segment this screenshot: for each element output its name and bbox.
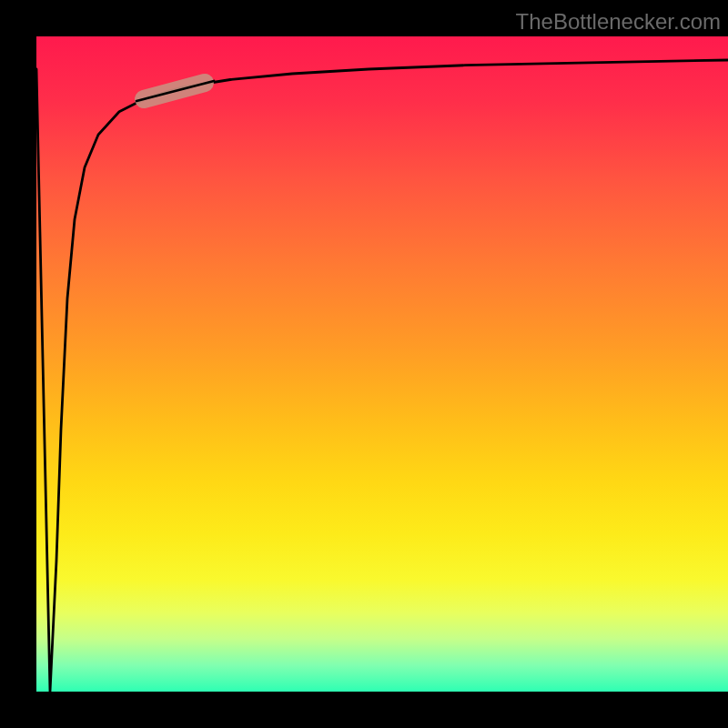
curve-svg [36,36,728,692]
bottom-border [0,692,728,728]
left-border [0,0,36,728]
bottleneck-curve [36,60,728,692]
chart-container: TheBottlenecker.com [0,0,728,728]
plot-area [36,36,728,692]
attribution-text: TheBottlenecker.com [516,9,721,35]
